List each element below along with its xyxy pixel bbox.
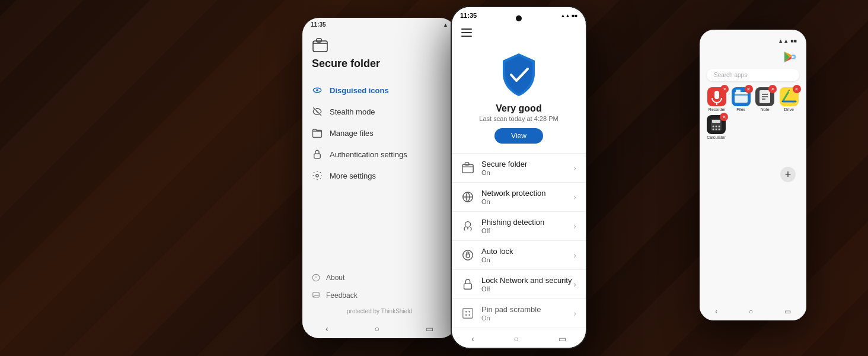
lock-network-content: Lock Network and security Off bbox=[481, 276, 573, 293]
menu-label-more-settings: More settings bbox=[330, 171, 376, 180]
security-item-secure-folder[interactable]: Secure folder On › bbox=[452, 154, 586, 183]
feedback-link[interactable]: Feedback bbox=[312, 287, 447, 304]
recents-btn-center[interactable]: ▭ bbox=[559, 334, 566, 344]
svg-point-5 bbox=[316, 174, 319, 177]
battery-icon: ■■ bbox=[572, 13, 577, 18]
delete-badge-note: ✕ bbox=[768, 85, 777, 93]
home-btn-right[interactable]: ○ bbox=[749, 307, 753, 316]
files-icon-img: ✕ bbox=[732, 87, 751, 106]
time-center: 11:35 bbox=[460, 12, 477, 19]
signal-icon: ▲▲ bbox=[560, 13, 570, 18]
status-bar-left: 11:35 ▲ bbox=[302, 18, 457, 31]
status-text: Very good bbox=[496, 103, 541, 114]
svg-point-21 bbox=[465, 314, 467, 316]
menu-label-authentication: Authentication settings bbox=[330, 150, 407, 159]
phishing-detection-status: Off bbox=[481, 227, 573, 234]
shield-svg bbox=[498, 51, 540, 98]
phone-center: 11:35 ▲▲ ■■ Very good Last scan today at… bbox=[451, 6, 587, 349]
svg-rect-8 bbox=[461, 28, 472, 30]
security-item-phishing-detection[interactable]: Phishing detection Off › bbox=[452, 212, 586, 241]
delete-badge-calc: ✕ bbox=[720, 113, 728, 121]
security-list: Secure folder On › Network protection On… bbox=[452, 153, 586, 328]
feedback-label: Feedback bbox=[326, 291, 358, 300]
about-link[interactable]: About bbox=[312, 269, 447, 287]
phone-left: 11:35 ▲ Secure folder Disguised icons bbox=[302, 18, 457, 338]
recents-btn-right[interactable]: ▭ bbox=[784, 307, 791, 316]
security-item-auto-lock[interactable]: Auto lock On › bbox=[452, 241, 586, 270]
security-item-lock-network[interactable]: Lock Network and security Off › bbox=[452, 270, 586, 299]
back-btn-left[interactable]: ‹ bbox=[326, 324, 328, 333]
view-button[interactable]: View bbox=[494, 128, 543, 144]
svg-point-35 bbox=[716, 126, 717, 128]
back-btn-center[interactable]: ‹ bbox=[471, 334, 474, 344]
secure-folder-content: Secure folder On bbox=[481, 160, 573, 176]
auto-lock-status: On bbox=[481, 256, 573, 263]
folder-secure-icon bbox=[461, 161, 474, 174]
svg-rect-1 bbox=[317, 39, 321, 42]
eye-icon bbox=[312, 85, 323, 96]
network-icon bbox=[461, 190, 474, 204]
phishing-icon bbox=[461, 220, 474, 233]
arrow-icon-1: › bbox=[573, 192, 576, 202]
svg-point-39 bbox=[719, 129, 720, 131]
delete-badge: ✕ bbox=[720, 85, 729, 93]
apps-grid: ✕ Recorder ✕ bbox=[704, 87, 802, 112]
recents-btn-left[interactable]: ▭ bbox=[426, 324, 433, 333]
svg-point-3 bbox=[316, 89, 318, 91]
app-files[interactable]: ✕ Files bbox=[731, 87, 752, 112]
wifi-icon-right: ▲▲ bbox=[778, 38, 789, 44]
arrow-icon-4: › bbox=[573, 279, 576, 289]
phishing-detection-title: Phishing detection bbox=[481, 218, 573, 227]
info-icon bbox=[312, 274, 320, 282]
status-bar-right: ▲▲ ■■ bbox=[704, 34, 802, 47]
app-recorder[interactable]: ✕ Recorder bbox=[707, 87, 727, 112]
arrow-icon-3: › bbox=[573, 250, 576, 260]
svg-point-37 bbox=[713, 129, 714, 131]
add-button[interactable]: + bbox=[780, 167, 796, 182]
secure-folder-title: Secure folder bbox=[312, 58, 447, 70]
secure-folder-item-status: On bbox=[481, 169, 573, 176]
svg-rect-18 bbox=[463, 309, 473, 319]
app-drive[interactable]: ✕ Drive bbox=[779, 87, 800, 112]
menu-item-more-settings[interactable]: More settings bbox=[312, 165, 447, 186]
svg-rect-24 bbox=[714, 91, 719, 99]
network-protection-content: Network protection On bbox=[481, 189, 573, 205]
pinpad-icon bbox=[461, 307, 474, 320]
autolock-icon bbox=[461, 249, 474, 262]
eye-off-icon bbox=[312, 106, 323, 117]
svg-rect-26 bbox=[735, 92, 748, 103]
camera-notch bbox=[516, 15, 522, 21]
protected-text: protected by ThinkShield bbox=[312, 308, 447, 314]
wifi-icon: ▲ bbox=[443, 22, 448, 28]
app-note[interactable]: ✕ Note bbox=[755, 87, 776, 112]
menu-item-manage-files[interactable]: Manage files bbox=[312, 122, 447, 144]
recorder-icon-img: ✕ bbox=[707, 87, 726, 106]
search-placeholder: Search apps bbox=[714, 72, 747, 78]
search-bar-right[interactable]: Search apps bbox=[707, 69, 799, 81]
home-btn-center[interactable]: ○ bbox=[514, 334, 519, 344]
home-btn-left[interactable]: ○ bbox=[375, 324, 379, 333]
left-phone-content: Secure folder Disguised icons Stea bbox=[302, 31, 457, 191]
status-icons-center: ▲▲ ■■ bbox=[560, 13, 577, 18]
note-label: Note bbox=[761, 107, 770, 112]
lock-icon bbox=[312, 149, 323, 160]
bottom-links: About Feedback protected by ThinkShield bbox=[302, 269, 457, 314]
pinpad-content: Pin pad scramble On bbox=[481, 305, 573, 322]
app-calculator[interactable]: ✕ Calculator bbox=[707, 115, 726, 139]
arrow-icon-0: › bbox=[573, 163, 576, 173]
auto-lock-title: Auto lock bbox=[481, 247, 573, 256]
menu-item-stealth-mode[interactable]: Stealth mode bbox=[312, 101, 447, 122]
battery-icon-right: ■■ bbox=[790, 38, 797, 44]
security-item-network-protection[interactable]: Network protection On › bbox=[452, 183, 586, 212]
menu-lines-icon bbox=[461, 28, 472, 37]
network-protection-status: On bbox=[481, 198, 573, 205]
phishing-detection-content: Phishing detection Off bbox=[481, 218, 573, 234]
menu-item-authentication[interactable]: Authentication settings bbox=[312, 144, 447, 165]
back-btn-right[interactable]: ‹ bbox=[715, 307, 717, 316]
hamburger-menu[interactable] bbox=[452, 23, 586, 42]
svg-rect-27 bbox=[736, 90, 741, 93]
nav-bar-center: ‹ ○ ▭ bbox=[452, 329, 586, 348]
delete-badge-drive: ✕ bbox=[793, 85, 801, 93]
security-item-pinpad[interactable]: Pin pad scramble On › bbox=[452, 299, 586, 328]
menu-item-disguised-icons[interactable]: Disguised icons bbox=[312, 80, 447, 101]
